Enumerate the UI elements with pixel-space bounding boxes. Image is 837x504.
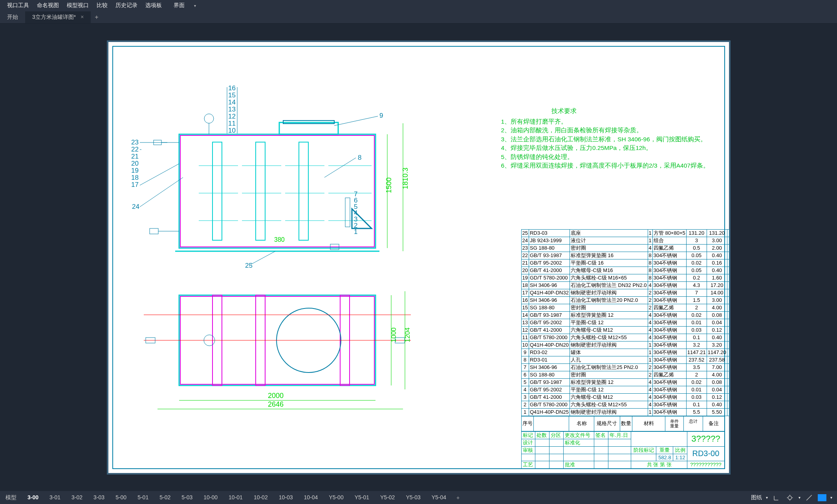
chevron-down-icon: ▾ (190, 2, 200, 9)
menu-model-viewport[interactable]: 模型视口 (63, 0, 93, 11)
svg-text:18: 18 (131, 174, 139, 181)
layout-tab[interactable]: Y5-00 (323, 492, 349, 504)
layout-tab[interactable]: 5-00 (110, 492, 132, 504)
engineering-drawing: 1500 1810.3 380 2000 2646 1000 1204 23 (120, 64, 497, 452)
bom-row: 1Q41H-40P-DN25钢制硬密封浮动球阀1304不锈钢5.55.50 (521, 408, 729, 416)
layout-tab[interactable]: 3-00 (22, 492, 44, 504)
layout-tab[interactable]: 10-02 (248, 492, 273, 504)
layout-tab[interactable]: Y5-04 (426, 492, 452, 504)
layout-tab[interactable]: 10-04 (299, 492, 324, 504)
menu-compare[interactable]: 比较 (93, 0, 112, 11)
close-icon[interactable]: × (81, 14, 84, 20)
ucs-icon[interactable] (772, 493, 781, 502)
bom-row: 24JB 9243-1999液位计1组合33.00 (521, 237, 729, 244)
bom-table: 25RD3-03底座1方管 80×80×5131.20131.2024JB 92… (521, 229, 725, 469)
svg-text:17: 17 (131, 181, 139, 188)
svg-rect-2 (212, 142, 222, 240)
layout-tab[interactable]: 5-01 (132, 492, 154, 504)
layout-tab[interactable]: 模型 (0, 492, 22, 504)
paper-sheet: 1500 1810.3 380 2000 2646 1000 1204 23 (107, 40, 731, 475)
svg-line-81 (251, 251, 275, 265)
chevron-down-icon[interactable]: ▾ (766, 495, 768, 500)
svg-rect-4 (299, 142, 308, 240)
svg-text:16: 16 (228, 84, 236, 92)
bom-row: 16SH 3406-96石油化工钢制管法兰20 PN2.02304不锈钢1.53… (521, 296, 729, 304)
layout-tab[interactable]: 10-03 (273, 492, 299, 504)
bom-row: 21GB/T 95-2002平垫圈-C级 168304不锈钢0.020.16 (521, 259, 729, 267)
status-label[interactable]: 图纸 (751, 494, 762, 501)
bom-row: 14GB/T 93-1987标准型弹簧垫圈 124304不锈钢0.020.08 (521, 311, 729, 319)
menu-named-views[interactable]: 命名视图 (33, 0, 63, 11)
bom-row: 4GB/T 95-2002平垫圈-C级 124304不锈钢0.010.04 (521, 386, 729, 393)
svg-text:11: 11 (228, 120, 236, 127)
tech-req-title: 技术要求 (501, 106, 627, 115)
bom-h-qty: 数量 (620, 416, 632, 431)
svg-rect-3 (256, 142, 265, 240)
svg-text:8: 8 (358, 154, 361, 161)
layout-tab[interactable]: Y5-01 (349, 492, 375, 504)
svg-text:24: 24 (132, 203, 139, 210)
svg-text:1: 1 (354, 228, 357, 236)
layout-tab[interactable]: Y5-02 (375, 492, 400, 504)
menu-history[interactable]: 历史记录 (112, 0, 141, 11)
svg-text:15: 15 (228, 91, 236, 99)
menubar: 视口工具 命名视图 模型视口 比较 历史记录 选项板 界面 ▾ (0, 0, 837, 11)
menu-interface[interactable]: 界面 ▾ (166, 0, 204, 11)
diag-icon[interactable] (804, 493, 814, 502)
technical-requirements: 技术要求 1、所有焊缝打磨平齐。 2、油箱内部酸洗，用白面条检验所有焊接等杂质。… (501, 106, 709, 170)
svg-rect-27 (345, 198, 350, 227)
bom-row: 20GB/T 41-2000六角螺母-C级 M168304不锈钢0.050.40 (521, 267, 729, 274)
layout-tab[interactable]: 10-00 (198, 492, 223, 504)
bom-row: 5GB/T 93-1987标准型弹簧垫圈 124304不锈钢0.020.08 (521, 378, 729, 386)
bom-row: 25RD3-03底座1方管 80×80×5131.20131.20 (521, 229, 729, 237)
chevron-down-icon[interactable]: ▾ (830, 495, 832, 500)
bom-row: 3GB/T 41-2000六角螺母-C级 M124304不锈钢0.030.12 (521, 393, 729, 401)
svg-point-86 (788, 496, 792, 499)
bom-row: 2GB/T 5780-2000六角头螺栓-C级 M12×554304不锈钢0.1… (521, 401, 729, 408)
menu-viewport-tools[interactable]: 视口工具 (3, 0, 33, 11)
bom-row: 19GD/T 5780-2000六角头螺栓-C级 M16×658304不锈钢0.… (521, 274, 729, 281)
bom-row: 15SG 188-80密封圈2四氟乙烯24.00 (521, 304, 729, 311)
annotate-toggle[interactable] (818, 494, 826, 501)
layout-tab[interactable]: 3-01 (44, 492, 66, 504)
bom-h-spec: 规格尺寸 (594, 416, 620, 431)
target-icon[interactable] (785, 493, 795, 502)
drawing-canvas[interactable]: 1500 1810.3 380 2000 2646 1000 1204 23 (0, 24, 837, 491)
bom-h-seq: 序号 (521, 416, 533, 431)
svg-rect-1 (180, 135, 374, 247)
project-name: 3????? (687, 431, 724, 446)
layout-tab[interactable]: 5-03 (176, 492, 198, 504)
svg-text:2000: 2000 (268, 392, 284, 400)
bom-row: 13GB/T 95-2002平垫圈-C级 124304不锈钢0.010.04 (521, 319, 729, 326)
svg-text:1810.3: 1810.3 (401, 167, 409, 189)
tab-start[interactable]: 开始 (0, 11, 25, 23)
tab-add[interactable]: + (91, 12, 102, 22)
tab-active-drawing[interactable]: 3立方米油罐详图* × (25, 11, 91, 23)
bom-row: 11GB/T 5780-2000六角头螺栓-C级 M12×554304不锈钢0.… (521, 334, 729, 341)
layout-tab[interactable]: 5-02 (154, 492, 176, 504)
layout-tabbar: 模型3-003-013-023-035-005-015-025-0310-001… (0, 491, 837, 504)
svg-rect-23 (150, 228, 158, 234)
chevron-down-icon[interactable]: ▾ (799, 495, 800, 500)
layout-tab[interactable]: 3-03 (88, 492, 110, 504)
menu-palettes[interactable]: 选项板 (141, 0, 166, 11)
bom-row: 12GB/T 41-2000六角螺母-C级 M124304不锈钢0.030.12 (521, 326, 729, 334)
layout-add[interactable]: + (452, 492, 464, 503)
svg-line-85 (334, 116, 378, 126)
layout-tab[interactable]: Y5-03 (400, 492, 426, 504)
bom-h-name: 名称 (569, 416, 594, 431)
svg-text:9: 9 (379, 112, 383, 119)
svg-text:12: 12 (228, 113, 236, 120)
svg-text:2646: 2646 (268, 400, 284, 408)
layout-tab[interactable]: 10-01 (223, 492, 248, 504)
svg-text:14: 14 (228, 99, 236, 106)
tech-req-line: 3、法兰企部选用石油化工钢制法兰标准，SH 3406-96，阀门按图纸购买。 (501, 135, 709, 144)
svg-text:1000: 1000 (390, 327, 397, 342)
svg-text:21: 21 (131, 153, 139, 160)
bom-row: 8RD3-01人孔1304不锈钢237.52237.58 (521, 356, 729, 363)
tech-req-line: 2、油箱内部酸洗，用白面条检验所有焊接等杂质。 (501, 126, 709, 135)
drawing-number: RD3-00 (687, 446, 724, 461)
svg-text:1204: 1204 (404, 327, 411, 342)
svg-text:13: 13 (228, 106, 236, 113)
layout-tab[interactable]: 3-02 (66, 492, 88, 504)
